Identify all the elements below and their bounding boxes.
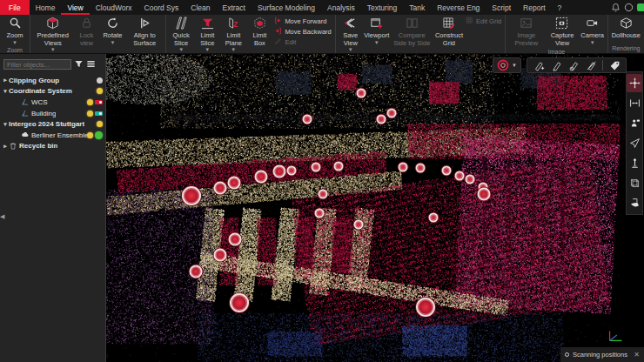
scan-position-marker[interactable] [416,298,435,317]
pan-icon[interactable] [627,74,642,92]
scan-position-marker[interactable] [228,176,241,189]
sidebar-collapse-button[interactable]: ◀ [0,213,4,220]
landmark-icon[interactable] [627,154,642,172]
capture-view-button[interactable]: Capture View [545,16,579,48]
construct-grid-button[interactable]: Construct Grid [434,16,464,48]
tree-item-recycle-bin[interactable]: ▸Recycle bin [0,141,105,152]
scan-position-marker[interactable] [477,188,490,201]
menu-item-file[interactable]: File [0,0,30,15]
scan-position-marker[interactable] [376,115,386,124]
quick-slice-button[interactable]: Quick Slice▼ [168,16,194,53]
tree-caret-icon[interactable]: ▸ [2,77,9,84]
panel-menu-icon[interactable] [86,57,96,72]
scan-position-marker[interactable] [415,163,425,172]
move-backward-button[interactable]: Move Backward [274,27,331,37]
scan-position-marker[interactable] [272,164,285,178]
visibility-bulb-icon[interactable] [97,77,103,84]
menu-item-tank[interactable]: Tank [403,0,431,15]
scan-position-marker[interactable] [319,190,328,199]
scan-position-marker[interactable] [228,233,241,246]
scan-position-marker[interactable] [314,209,324,218]
scan-position-marker[interactable] [442,166,452,176]
scan-position-marker[interactable] [190,265,203,278]
button-label: Predefined Views [34,32,71,47]
tree-caret-icon[interactable]: ▸ [2,143,9,150]
scan-station-icon[interactable] [627,114,642,132]
measure-icon[interactable] [627,94,642,112]
limit-box-button[interactable]: Limit Box [246,16,272,48]
tag-icon[interactable] [607,59,622,72]
zoom-button[interactable]: Zoom▼ [2,16,28,46]
box-icon[interactable] [627,174,642,192]
predefined-views-button[interactable]: Predefined Views▼ [32,16,73,53]
menu-item-cloudworx[interactable]: CloudWorx [90,0,138,15]
limit-plane-button[interactable]: ZLimit Plane▼ [220,16,246,53]
dollhouse-button[interactable]: Dollhouse [610,16,642,41]
menu-item-analysis[interactable]: Analysis [321,0,361,15]
menu-item-report[interactable]: Report [517,0,552,15]
tree-item-berliner-ensemble-rtc360[interactable]: Berliner Ensemble RTC360 [0,130,105,141]
scan-position-marker[interactable] [230,293,249,312]
scan-position-marker[interactable] [214,249,227,262]
limit-slice-button[interactable]: Limit Slice▼ [194,16,220,53]
camera-button[interactable]: Camera▼ [580,16,606,46]
scan-positions-toggle-button[interactable]: ▼ [493,57,521,73]
align-to-surface-button[interactable]: Align to Surface [125,16,164,48]
save-view-button[interactable]: Save View▼ [338,16,364,53]
menu-item-reverse-eng[interactable]: Reverse Eng [431,0,486,15]
visibility-bulb-icon[interactable] [97,88,103,94]
scan-position-marker[interactable] [333,161,343,171]
filter-funnel-icon[interactable] [74,57,84,72]
move-forward-button[interactable]: Move Forward [274,17,331,26]
scan-position-marker[interactable] [455,171,465,180]
visibility-bulb-icon[interactable] [87,111,93,117]
tree-item-wcs[interactable]: WCS [0,97,105,108]
menu-item-home[interactable]: Home [30,0,62,15]
tree-item-intergeo-2024-stuttgart[interactable]: ▾Intergeo 2024 Stuttgart [0,118,105,130]
bell-icon[interactable] [611,3,621,12]
tree-item-building[interactable]: Building [0,108,105,119]
menu-item-coord-sys[interactable]: Coord Sys [138,0,185,15]
scan-position-marker[interactable] [312,162,321,171]
scan-position-marker[interactable] [254,170,267,183]
grab-box-icon[interactable] [627,194,642,212]
scan-position-marker[interactable] [303,115,312,124]
tree-caret-icon[interactable]: ▾ [2,121,9,128]
viewport-3d[interactable]: ▼ Scanning positions ✕ [106,54,644,362]
scan-position-marker[interactable] [356,88,366,97]
menu-item-extract[interactable]: Extract [216,0,251,15]
menu-item-script[interactable]: Script [486,0,517,15]
marker-select-icon[interactable] [566,59,581,72]
point-cloud-render[interactable] [106,54,644,362]
tree-caret-icon[interactable]: ▾ [2,88,9,95]
tree-item-clipping-group[interactable]: ▸Clipping Group [0,75,105,86]
menu-item--[interactable]: ? [552,0,568,15]
visibility-bulb-icon[interactable] [87,132,93,138]
tree-item-coordinate-system[interactable]: ▾Coordinate System [0,86,105,97]
filter-input[interactable] [3,59,71,70]
visibility-bulb-icon[interactable] [87,99,93,105]
user-icon[interactable] [624,3,634,12]
scan-position-marker[interactable] [182,186,201,205]
account-badge[interactable] [637,3,644,11]
viewport-button[interactable]: Viewport▼ [364,16,390,46]
menu-item-clean[interactable]: Clean [184,0,216,15]
navigate-icon[interactable] [627,134,642,152]
scan-position-marker[interactable] [353,220,363,230]
menu-item-view[interactable]: View [61,0,89,15]
visibility-bulb-icon[interactable] [97,121,103,127]
scan-position-marker[interactable] [387,108,397,117]
marker-edit-icon[interactable] [548,59,564,72]
tree-item-label: Berliner Ensemble RTC360 [31,131,87,139]
marker-off-icon[interactable] [583,59,599,72]
menu-item-surface-modeling[interactable]: Surface Modeling [252,0,321,15]
scan-position-marker[interactable] [428,212,438,222]
close-icon[interactable]: ✕ [634,351,640,359]
menu-item-texturing[interactable]: Texturing [361,0,404,15]
scan-position-marker[interactable] [214,181,227,194]
scan-position-marker[interactable] [399,162,408,171]
scan-position-marker[interactable] [287,166,297,176]
rotate-button[interactable]: Rotate▼ [99,16,125,46]
marker-add-icon[interactable] [531,59,547,72]
scan-position-marker[interactable] [465,175,474,184]
